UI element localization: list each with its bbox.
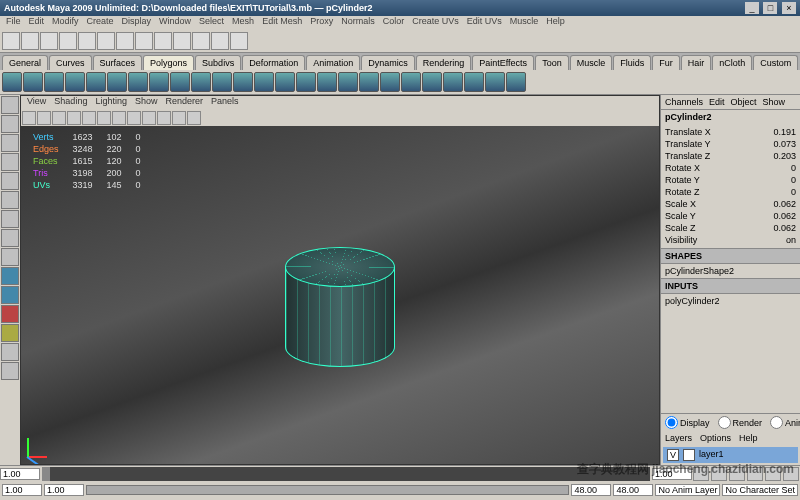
step-back-icon[interactable] — [711, 467, 727, 481]
snap-point-icon[interactable] — [173, 32, 191, 50]
menu-item[interactable]: Muscle — [510, 16, 539, 30]
paint-select-icon[interactable] — [1, 134, 19, 152]
shelf-tab[interactable]: Custom — [753, 55, 798, 70]
menu-item[interactable]: Proxy — [310, 16, 333, 30]
sculpt-icon[interactable] — [485, 72, 505, 92]
layer-menu-item[interactable]: Options — [700, 433, 731, 443]
snap-grid-icon[interactable] — [135, 32, 153, 50]
menu-item[interactable]: File — [6, 16, 21, 30]
render-icon[interactable] — [192, 32, 210, 50]
vp-tool-icon[interactable] — [22, 111, 36, 125]
menu-item[interactable]: Help — [546, 16, 565, 30]
poly-cone-icon[interactable] — [65, 72, 85, 92]
attr-label[interactable]: Rotate Z — [665, 187, 700, 197]
bridge-icon[interactable] — [359, 72, 379, 92]
file-open-icon[interactable] — [40, 32, 58, 50]
shelf-tab[interactable]: Fluids — [613, 55, 651, 70]
menu-item[interactable]: Mesh — [232, 16, 254, 30]
poly-cylinder-icon[interactable] — [44, 72, 64, 92]
file-save-icon[interactable] — [59, 32, 77, 50]
layer-name[interactable]: layer1 — [699, 449, 724, 461]
attr-value[interactable]: 0 — [791, 187, 796, 197]
menu-item[interactable]: Modify — [52, 16, 79, 30]
attr-value[interactable]: 0.062 — [773, 223, 796, 233]
selected-object-name[interactable]: pCylinder2 — [661, 110, 800, 124]
poly-pyramid-icon[interactable] — [149, 72, 169, 92]
shelf-tab[interactable]: General — [2, 55, 48, 70]
select-tool-icon[interactable] — [1, 96, 19, 114]
vp-tool-icon[interactable] — [112, 111, 126, 125]
shelf-tab[interactable]: Subdivs — [195, 55, 241, 70]
vp-menu-item[interactable]: Lighting — [95, 96, 127, 110]
poly-helix-icon[interactable] — [191, 72, 211, 92]
shelf-tab[interactable]: Surfaces — [93, 55, 143, 70]
attr-label[interactable]: Scale Y — [665, 211, 696, 221]
vp-tool-icon[interactable] — [187, 111, 201, 125]
poly-soccer-icon[interactable] — [212, 72, 232, 92]
ipr-render-icon[interactable] — [211, 32, 229, 50]
menu-item[interactable]: Color — [383, 16, 405, 30]
play-forward-icon[interactable] — [747, 467, 763, 481]
attr-value[interactable]: 0.062 — [773, 211, 796, 221]
render-settings-icon[interactable] — [230, 32, 248, 50]
manip-tool-icon[interactable] — [1, 210, 19, 228]
render-layer-radio[interactable]: Render — [718, 416, 763, 429]
vp-tool-icon[interactable] — [37, 111, 51, 125]
channel-tab[interactable]: Object — [731, 97, 757, 107]
menu-item[interactable]: Window — [159, 16, 191, 30]
shelf-tab[interactable]: Dynamics — [361, 55, 415, 70]
vp-tool-icon[interactable] — [172, 111, 186, 125]
poly-platonic-icon[interactable] — [233, 72, 253, 92]
snap-curve-icon[interactable] — [154, 32, 172, 50]
smooth-icon[interactable] — [317, 72, 337, 92]
range-slider[interactable] — [86, 485, 569, 495]
character-set-select[interactable]: No Character Set — [722, 484, 798, 496]
shelf-tab[interactable]: nCloth — [712, 55, 752, 70]
move-tool-icon[interactable] — [1, 153, 19, 171]
extract-icon[interactable] — [275, 72, 295, 92]
extrude-icon[interactable] — [296, 72, 316, 92]
insert-edge-icon[interactable] — [422, 72, 442, 92]
hypershade-icon[interactable] — [1, 343, 19, 361]
layer-type-toggle[interactable] — [683, 449, 695, 461]
menu-item[interactable]: Edit UVs — [467, 16, 502, 30]
merge-icon[interactable] — [443, 72, 463, 92]
last-tool-icon[interactable] — [1, 248, 19, 266]
shelf-tab-active[interactable]: Polygons — [143, 55, 194, 70]
shape-node[interactable]: pCylinderShape2 — [665, 266, 796, 276]
scale-tool-icon[interactable] — [1, 191, 19, 209]
shelf-tab[interactable]: Toon — [535, 55, 569, 70]
layer-menu-item[interactable]: Layers — [665, 433, 692, 443]
menu-item[interactable]: Edit Mesh — [262, 16, 302, 30]
range-end-field[interactable]: 48.00 — [613, 484, 653, 496]
input-node[interactable]: polyCylinder2 — [665, 296, 796, 306]
shelf-tab[interactable]: Curves — [49, 55, 92, 70]
display-layer-radio[interactable]: Display — [665, 416, 710, 429]
vp-tool-icon[interactable] — [157, 111, 171, 125]
mirror-icon[interactable] — [506, 72, 526, 92]
time-marker[interactable] — [42, 467, 50, 481]
play-back-icon[interactable] — [729, 467, 745, 481]
range-start-field[interactable]: 1.00 — [2, 484, 42, 496]
menu-item[interactable]: Create UVs — [412, 16, 459, 30]
attr-value[interactable]: 0 — [791, 163, 796, 173]
poly-plane-icon[interactable] — [86, 72, 106, 92]
current-frame-field[interactable]: 1.00 — [0, 468, 40, 480]
selected-cylinder-mesh[interactable] — [285, 247, 395, 367]
shelf-tab[interactable]: Deformation — [242, 55, 305, 70]
vp-menu-item[interactable]: Shading — [54, 96, 87, 110]
go-end-icon[interactable] — [783, 467, 799, 481]
rotate-tool-icon[interactable] — [1, 172, 19, 190]
maximize-button[interactable]: □ — [763, 2, 777, 14]
attr-label[interactable]: Visibility — [665, 235, 697, 245]
anim-layer-select[interactable]: No Anim Layer — [655, 484, 720, 496]
attr-label[interactable]: Scale Z — [665, 223, 696, 233]
poly-cube-icon[interactable] — [23, 72, 43, 92]
attr-value[interactable]: 0.203 — [773, 151, 796, 161]
poly-prism-icon[interactable] — [128, 72, 148, 92]
attr-value[interactable]: 0.073 — [773, 139, 796, 149]
vp-tool-icon[interactable] — [142, 111, 156, 125]
step-forward-icon[interactable] — [765, 467, 781, 481]
file-new-icon[interactable] — [21, 32, 39, 50]
attr-value[interactable]: 0.062 — [773, 199, 796, 209]
